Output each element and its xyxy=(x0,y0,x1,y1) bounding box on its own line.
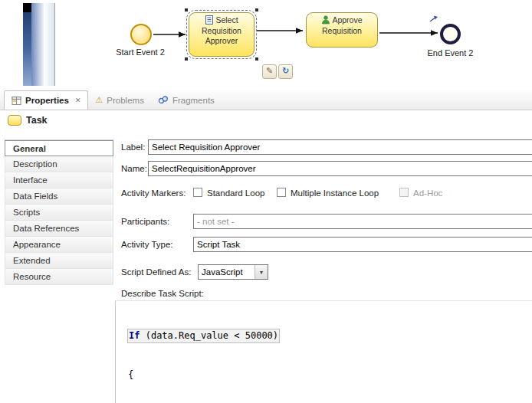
connection-decorator-icon[interactable] xyxy=(429,15,439,23)
sidebar-item-interface[interactable]: Interface xyxy=(5,172,113,188)
checkbox-standard-loop[interactable] xyxy=(193,188,202,197)
sidebar-item-resource[interactable]: Resource xyxy=(5,269,113,285)
activity-type-input[interactable] xyxy=(193,237,532,252)
script-language-select[interactable]: JavaScript ▼ xyxy=(198,264,268,280)
sidebar-item-general[interactable]: General xyxy=(5,140,113,156)
quick-edit-icon[interactable]: ✎ xyxy=(262,64,277,79)
script-icon xyxy=(205,15,214,25)
section-title: Task xyxy=(26,115,48,126)
selection-handle[interactable] xyxy=(255,57,258,61)
tab-fragments[interactable]: Fragments xyxy=(151,90,222,110)
tab-problems-label: Problems xyxy=(107,96,144,105)
describe-task-script-label: Describe Task Script: xyxy=(121,289,204,298)
properties-sidebar: General Description Interface Data Field… xyxy=(5,139,113,285)
bpmn-editor-window: Start Event 2 Select Requisition Approve… xyxy=(0,0,532,403)
end-event-label: End Event 2 xyxy=(418,48,483,57)
selection-handle[interactable] xyxy=(255,8,258,11)
checkbox-multiple-instance-loop[interactable] xyxy=(277,188,286,197)
label-input[interactable] xyxy=(148,139,532,155)
properties-icon xyxy=(11,96,21,106)
user-icon xyxy=(321,15,330,25)
name-field-label: Name: xyxy=(121,164,147,173)
task-select-requisition-approver[interactable]: Select Requisition Approver xyxy=(189,12,255,57)
sidebar-item-scripts[interactable]: Scripts xyxy=(5,205,113,221)
checkbox-ad-hoc xyxy=(399,188,409,197)
participants-input[interactable] xyxy=(193,214,532,229)
change-type-icon[interactable]: ↻ xyxy=(278,64,293,79)
tab-problems[interactable]: ⚠ Problems xyxy=(88,90,150,110)
start-event-label: Start Event 2 xyxy=(106,48,175,57)
properties-view: Task General Description Interface Data … xyxy=(0,110,532,403)
tab-properties-label: Properties xyxy=(25,96,69,105)
tab-fragments-label: Fragments xyxy=(172,96,215,105)
chevron-down-icon[interactable]: ▼ xyxy=(255,265,268,279)
activity-markers-label: Activity Markers: xyxy=(121,188,186,198)
activity-type-label: Activity Type: xyxy=(121,240,173,249)
name-input[interactable] xyxy=(148,161,532,176)
diagram-canvas[interactable]: Start Event 2 Select Requisition Approve… xyxy=(0,0,532,90)
problems-icon: ⚠ xyxy=(95,95,103,105)
end-event-shape[interactable] xyxy=(440,24,461,44)
script-editor[interactable]: If (data.Req_value < 50000) { data.Req_a… xyxy=(115,300,532,403)
task-icon xyxy=(8,115,21,126)
selection-handle[interactable] xyxy=(185,8,188,11)
sidebar-item-appearance[interactable]: Appearance xyxy=(5,237,113,253)
sidebar-item-data-fields[interactable]: Data Fields xyxy=(5,188,113,205)
view-tabbar: Properties ✕ ⚠ Problems Fragments xyxy=(0,90,532,110)
task-decorators: ✎ ↻ xyxy=(262,64,293,79)
code-line: If (data.Req_value < 50000) xyxy=(128,329,532,343)
participants-label: Participants: xyxy=(121,217,169,226)
code-line: { xyxy=(128,369,532,382)
fragments-icon xyxy=(158,95,169,105)
close-icon[interactable]: ✕ xyxy=(75,97,81,104)
start-event-shape[interactable] xyxy=(130,24,152,45)
sidebar-item-data-references[interactable]: Data References xyxy=(5,221,113,237)
tab-properties[interactable]: Properties ✕ xyxy=(4,90,88,110)
section-header: Task xyxy=(8,115,48,126)
sidebar-item-description[interactable]: Description xyxy=(5,156,113,172)
multiple-instance-loop-label: Multiple Instance Loop xyxy=(291,188,379,198)
selection-handle[interactable] xyxy=(185,57,188,61)
script-defined-as-label: Script Defined As: xyxy=(121,267,191,277)
task-approve-requisition[interactable]: Approve Requisition xyxy=(306,12,378,48)
standard-loop-label: Standard Loop xyxy=(207,188,264,198)
script-language-value: JavaScript xyxy=(199,267,255,277)
sidebar-item-extended[interactable]: Extended xyxy=(5,253,113,269)
ad-hoc-label: Ad-Hoc xyxy=(413,188,442,198)
label-field-label: Label: xyxy=(121,143,145,152)
